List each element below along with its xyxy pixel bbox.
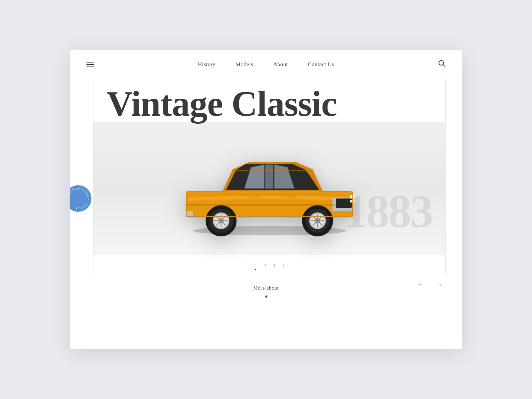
slide-indicator-3[interactable]: 3 (273, 263, 275, 268)
more-about-section: More about ▾ (86, 275, 446, 307)
slide-indicator-1[interactable]: 1 (255, 261, 257, 270)
nav-contact[interactable]: Contact Us (308, 61, 334, 68)
svg-point-5 (78, 207, 79, 208)
main-nav: History Models About Contact Us (198, 61, 334, 68)
browser-frame: History Models About Contact Us (70, 50, 462, 349)
header: History Models About Contact Us (70, 50, 462, 79)
car-svg (173, 134, 366, 241)
nav-about[interactable]: About (273, 61, 288, 68)
slide-indicators: 1 2 3 4 (93, 255, 445, 275)
main-content: certified authorised • cars • Vintage Cl… (70, 79, 462, 320)
slide-indicator-2[interactable]: 2 (264, 263, 266, 268)
nav-models[interactable]: Models (235, 61, 253, 68)
badge-circle: certified authorised • cars • (70, 185, 91, 212)
svg-rect-13 (350, 195, 354, 199)
svg-text:• cars •: • cars • (74, 199, 90, 210)
hero-container: Vintage Classic 1883 (93, 79, 446, 275)
car-area: 1883 (93, 122, 445, 255)
svg-line-1 (443, 65, 445, 67)
search-icon[interactable] (438, 60, 446, 69)
svg-text:certified  authorised: certified authorised (70, 185, 90, 199)
svg-rect-14 (350, 200, 354, 202)
svg-point-4 (78, 189, 79, 190)
certified-badge: certified authorised • cars • (70, 185, 91, 212)
svg-rect-16 (249, 197, 259, 198)
prev-arrow-button[interactable]: ← (415, 278, 427, 290)
chevron-down-icon[interactable]: ▾ (86, 293, 446, 300)
nav-history[interactable]: History (198, 61, 215, 68)
next-arrow-button[interactable]: → (434, 278, 446, 290)
car-image-container (173, 134, 366, 242)
hero-title: Vintage Classic (93, 79, 445, 122)
more-about-label: More about (86, 285, 446, 291)
hamburger-menu-icon[interactable] (86, 62, 94, 67)
svg-rect-8 (336, 199, 352, 208)
slide-indicator-4[interactable]: 4 (282, 263, 284, 268)
svg-rect-17 (286, 197, 296, 198)
svg-rect-18 (186, 204, 352, 206)
nav-arrows: ← → (415, 278, 446, 290)
badge-svg: certified authorised • cars • (70, 185, 91, 212)
